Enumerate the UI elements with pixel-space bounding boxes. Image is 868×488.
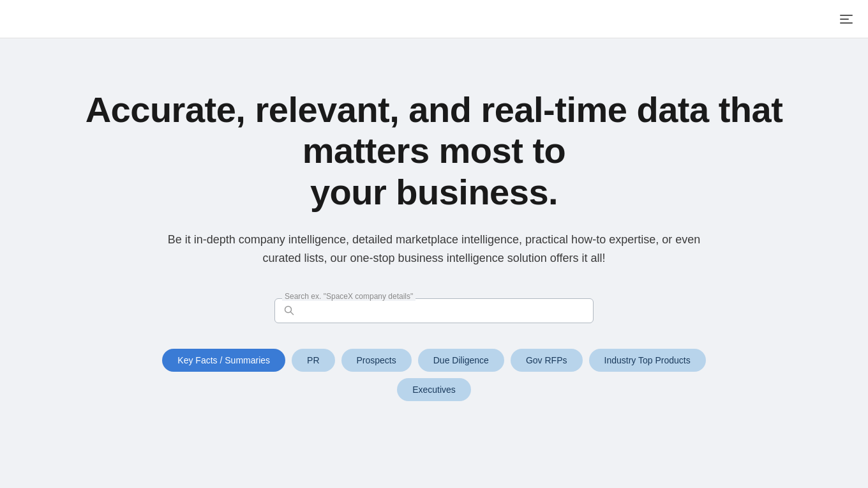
search-wrapper: Search ex. "SpaceX company details"	[274, 298, 594, 323]
search-container	[274, 298, 594, 323]
main-content: Accurate, relevant, and real-time data t…	[0, 38, 868, 427]
tab-prospects[interactable]: Prospects	[341, 349, 412, 372]
tab-gov-rfps[interactable]: Gov RFPs	[511, 349, 583, 372]
tab-pr[interactable]: PR	[292, 349, 334, 372]
search-input[interactable]	[301, 305, 584, 316]
menu-button[interactable]	[840, 15, 853, 24]
tab-key-facts-summaries[interactable]: Key Facts / Summaries	[162, 349, 285, 372]
tab-industry-top-products[interactable]: Industry Top Products	[589, 349, 706, 372]
hero-headline: Accurate, relevant, and real-time data t…	[83, 89, 785, 213]
tab-executives[interactable]: Executives	[397, 378, 471, 401]
svg-line-1	[291, 312, 294, 315]
tab-due-diligence[interactable]: Due Diligence	[418, 349, 504, 372]
search-label: Search ex. "SpaceX company details"	[282, 292, 415, 301]
app-header	[0, 0, 868, 38]
tabs-row: Key Facts / SummariesPRProspectsDue Dili…	[128, 349, 740, 401]
search-icon	[284, 305, 294, 316]
hero-subheadline: Be it in-depth company intelligence, det…	[160, 231, 708, 268]
